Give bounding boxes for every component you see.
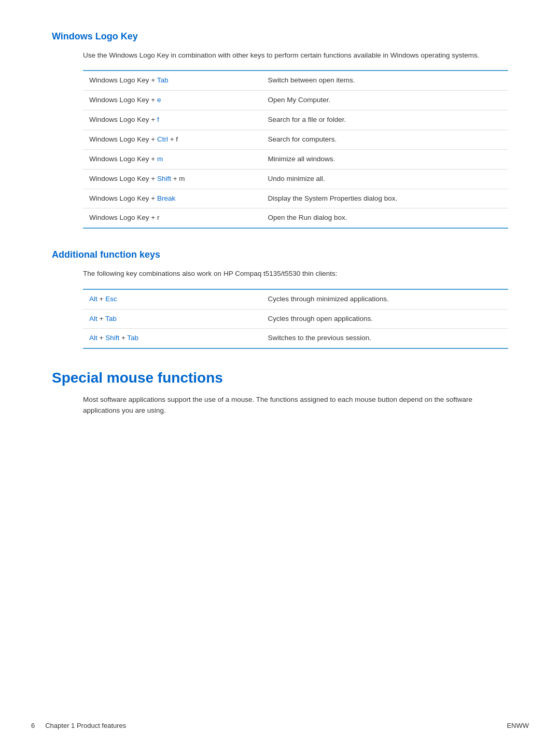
windows-logo-key-title: Windows Logo Key [52,31,508,42]
table-row: Windows Logo Key + Tab Switch between op… [83,71,508,90]
key-link-alt-shift-tab-shift: Shift [105,334,119,342]
key-combo: Windows Logo Key + r [83,208,261,228]
windows-logo-key-table: Windows Logo Key + Tab Switch between op… [83,70,508,229]
windows-logo-key-section: Windows Logo Key Use the Windows Logo Ke… [52,31,508,229]
key-combo: Windows Logo Key + Break [83,189,261,208]
key-link-break: Break [157,194,175,202]
table-row: Alt + Shift + Tab Switches to the previo… [83,329,508,348]
page-content: Windows Logo Key Use the Windows Logo Ke… [0,0,560,478]
key-link-ctrl: Ctrl [157,135,168,143]
key-description: Cycles through open applications. [261,309,508,329]
chapter-info: Chapter 1 Product features [45,722,126,729]
key-description: Open My Computer. [261,91,508,110]
table-row: Windows Logo Key + m Minimize all window… [83,149,508,169]
key-link-shift: Shift [157,175,171,182]
key-combo: Alt + Tab [83,309,261,329]
table-row: Windows Logo Key + f Search for a file o… [83,110,508,130]
key-link-f: f [157,116,159,123]
table-row: Windows Logo Key + Break Display the Sys… [83,189,508,208]
table-row: Alt + Esc Cycles through minimized appli… [83,289,508,309]
key-description: Undo minimize all. [261,169,508,189]
key-description: Cycles through minimized applications. [261,289,508,309]
key-description: Search for computers. [261,130,508,149]
key-combo: Windows Logo Key + e [83,91,261,110]
key-link-tab: Tab [157,76,169,84]
key-link-alt-tab-alt: Alt [89,315,97,322]
key-description: Switch between open items. [261,71,508,90]
table-row: Windows Logo Key + Shift + m Undo minimi… [83,169,508,189]
key-combo: Windows Logo Key + Tab [83,71,261,90]
additional-function-keys-section: Additional function keys The following k… [52,249,508,349]
key-description: Display the System Properties dialog box… [261,189,508,208]
footer-left: 6 Chapter 1 Product features [31,722,126,729]
key-combo: Windows Logo Key + f [83,110,261,130]
page-number: 6 [31,722,35,729]
key-description: Open the Run dialog box. [261,208,508,228]
key-link-m: m [157,155,163,163]
key-link-alt-shift-tab-alt: Alt [89,334,97,342]
key-link-alt-esc-esc: Esc [105,295,117,303]
page-footer: 6 Chapter 1 Product features ENWW [0,722,560,729]
key-combo: Windows Logo Key + Ctrl + f [83,130,261,149]
key-link-e: e [157,96,161,104]
special-mouse-functions-section: Special mouse functions Most software ap… [52,370,508,416]
footer-right: ENWW [507,722,529,729]
table-row: Windows Logo Key + Ctrl + f Search for c… [83,130,508,149]
key-link-alt-tab-tab: Tab [105,315,117,322]
additional-function-keys-intro: The following key combinations also work… [83,269,508,279]
special-mouse-functions-intro: Most software applications support the u… [83,395,508,416]
key-link-alt-shift-tab-tab: Tab [127,334,138,342]
additional-function-keys-table: Alt + Esc Cycles through minimized appli… [83,289,508,349]
key-description: Minimize all windows. [261,149,508,169]
additional-function-keys-title: Additional function keys [52,249,508,260]
windows-logo-key-intro: Use the Windows Logo Key in combination … [83,50,508,61]
key-description: Search for a file or folder. [261,110,508,130]
table-row: Alt + Tab Cycles through open applicatio… [83,309,508,329]
table-row: Windows Logo Key + e Open My Computer. [83,91,508,110]
key-combo: Windows Logo Key + Shift + m [83,169,261,189]
key-link-alt-esc-alt: Alt [89,295,97,303]
key-combo: Alt + Esc [83,289,261,309]
key-combo: Alt + Shift + Tab [83,329,261,348]
special-mouse-functions-title: Special mouse functions [52,370,508,386]
key-combo: Windows Logo Key + m [83,149,261,169]
key-description: Switches to the previous session. [261,329,508,348]
table-row: Windows Logo Key + r Open the Run dialog… [83,208,508,228]
